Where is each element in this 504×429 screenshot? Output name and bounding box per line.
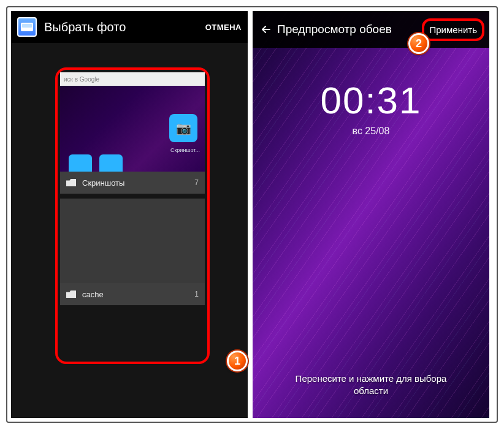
thumb-icon-label: Скриншот... — [170, 147, 200, 153]
crop-instruction: Перенесите и нажмите для выбора области — [253, 373, 489, 398]
folder-icon — [66, 179, 76, 186]
choose-photo-title: Выбрать фото — [44, 20, 205, 34]
lockscreen-clock: 00:31 вс 25/08 — [253, 78, 489, 137]
album-count: 7 — [194, 178, 199, 187]
back-arrow-icon[interactable] — [258, 21, 275, 38]
cancel-button[interactable]: ОТМЕНА — [205, 23, 242, 32]
album-thumbnail — [60, 199, 205, 283]
apply-button[interactable]: Применить — [422, 18, 484, 41]
album-thumbnail: иск в Google 📷 Скриншот... — [60, 72, 205, 172]
gallery-app-icon — [17, 17, 37, 37]
preview-header: Предпросмотр обоев Применить — [253, 11, 489, 48]
preview-title: Предпросмотр обоев — [277, 23, 422, 36]
thumb-search-bar: иск в Google — [60, 72, 205, 86]
albums-highlight: иск в Google 📷 Скриншот... Скриншоты 7 — [55, 67, 210, 364]
album-name: Скриншоты — [82, 178, 194, 188]
wallpaper-streaks — [253, 11, 489, 418]
album-item[interactable]: иск в Google 📷 Скриншот... Скриншоты 7 — [60, 72, 205, 194]
instruction-line2: области — [354, 385, 388, 396]
clock-date: вс 25/08 — [253, 126, 489, 137]
clock-time: 00:31 — [253, 78, 489, 122]
choose-photo-header: Выбрать фото ОТМЕНА — [11, 11, 248, 43]
album-bar: cache 1 — [60, 283, 205, 305]
album-count: 1 — [194, 290, 199, 298]
phone-choose-photo: Выбрать фото ОТМЕНА иск в Google 📷 Скрин… — [11, 11, 248, 418]
thumb-camera-icon: 📷 — [169, 114, 197, 142]
phone-wallpaper-preview: Предпросмотр обоев Применить 00:31 вс 25… — [253, 11, 489, 418]
album-name: cache — [82, 290, 194, 299]
album-bar: Скриншоты 7 — [60, 172, 205, 194]
instruction-line1: Перенесите и нажмите для выбора — [296, 373, 447, 384]
tutorial-frame: Выбрать фото ОТМЕНА иск в Google 📷 Скрин… — [6, 6, 498, 423]
folder-icon — [66, 290, 76, 298]
album-item[interactable]: cache 1 — [60, 199, 205, 305]
step-badge-2: 2 — [408, 33, 429, 54]
thumb-app-icon — [69, 154, 92, 172]
thumb-app-icon — [99, 154, 123, 172]
step-badge-1: 1 — [227, 351, 248, 371]
